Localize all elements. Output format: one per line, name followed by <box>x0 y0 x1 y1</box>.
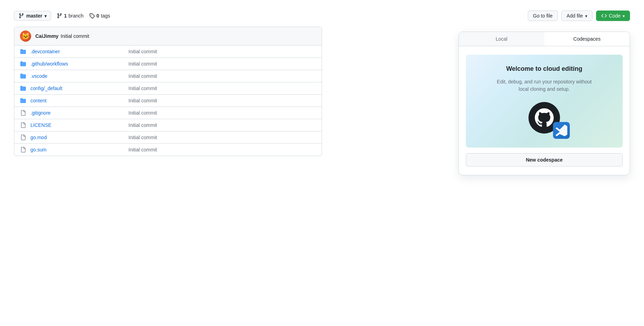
branch-selector-button[interactable]: master <box>14 11 51 21</box>
toolbar: master 1 branch 0 tags Go to file <box>14 11 630 21</box>
file-table-header: 🐱 CaiJimmy Initial commit <box>14 27 322 46</box>
file-name[interactable]: config/_default <box>30 86 124 91</box>
toolbar-left: master 1 branch 0 tags <box>14 11 110 21</box>
code-button[interactable]: Code <box>596 11 630 21</box>
add-file-label: Add file <box>567 13 583 19</box>
cloud-title: Welcome to cloud editing <box>506 65 582 73</box>
file-commit: Initial commit <box>128 49 316 54</box>
go-to-file-button[interactable]: Go to file <box>528 11 558 21</box>
branch-name: master <box>26 13 42 19</box>
file-icon <box>20 122 26 128</box>
file-name[interactable]: .vscode <box>30 73 124 79</box>
add-file-button[interactable]: Add file <box>561 11 593 21</box>
file-row: content Initial commit <box>14 95 322 107</box>
file-commit: Initial commit <box>128 98 316 103</box>
commit-message: Initial commit <box>61 33 89 39</box>
branch-icon <box>19 13 24 19</box>
file-name[interactable]: .devcontainer <box>30 49 124 54</box>
file-row: .github/workflows Initial commit <box>14 58 322 70</box>
file-name[interactable]: go.sum <box>30 147 124 152</box>
tag-icon <box>89 13 95 19</box>
panel-body: Welcome to cloud editing Edit, debug, an… <box>459 46 630 175</box>
file-commit: Initial commit <box>128 73 316 79</box>
file-name[interactable]: .github/workflows <box>30 61 124 67</box>
file-commit: Initial commit <box>128 135 316 140</box>
tab-codespaces[interactable]: Codespaces <box>544 32 630 46</box>
file-row: .devcontainer Initial commit <box>14 46 322 58</box>
new-codespace-button[interactable]: New codespace <box>466 153 623 167</box>
file-commit: Initial commit <box>128 86 316 91</box>
code-dropdown-panel: Local Codespaces Welcome to cloud editin… <box>458 32 630 175</box>
vscode-badge <box>553 122 570 140</box>
code-label: Code <box>609 13 621 19</box>
branch-count-icon <box>57 13 62 19</box>
folder-icon <box>20 61 26 67</box>
tag-text: tags <box>101 13 110 19</box>
code-icon <box>601 13 607 19</box>
add-file-chevron-icon <box>585 13 587 19</box>
file-icon <box>20 134 26 141</box>
file-row: go.mod Initial commit <box>14 131 322 144</box>
folder-icon <box>20 85 26 91</box>
commit-info: CaiJimmy Initial commit <box>35 33 89 39</box>
file-table: 🐱 CaiJimmy Initial commit .devcontainer … <box>14 27 322 156</box>
file-icon <box>20 110 26 116</box>
panel-tabs: Local Codespaces <box>459 32 630 46</box>
file-name[interactable]: LICENSE <box>30 122 124 128</box>
file-name[interactable]: .gitignore <box>30 110 124 116</box>
folder-icon <box>20 73 26 79</box>
file-name[interactable]: go.mod <box>30 135 124 140</box>
branch-count: 1 <box>64 13 67 19</box>
file-row: .gitignore Initial commit <box>14 107 322 119</box>
file-row: go.sum Initial commit <box>14 144 322 156</box>
folder-icon <box>20 48 26 55</box>
avatar-image: 🐱 <box>20 30 31 42</box>
vscode-icon <box>553 122 570 139</box>
cloud-subtitle: Edit, debug, and run your repository wit… <box>492 78 597 93</box>
branch-count-link[interactable]: 1 branch <box>57 13 84 19</box>
branch-text: branch <box>69 13 84 19</box>
chevron-down-icon <box>44 13 47 19</box>
file-name[interactable]: content <box>30 98 124 103</box>
folder-icon <box>20 97 26 104</box>
file-row: LICENSE Initial commit <box>14 119 322 131</box>
file-commit: Initial commit <box>128 122 316 128</box>
toolbar-right: Go to file Add file Code <box>528 11 630 21</box>
file-row: .vscode Initial commit <box>14 70 322 82</box>
tag-count-link[interactable]: 0 tags <box>89 13 110 19</box>
octocat-icon <box>535 108 554 127</box>
commit-author[interactable]: CaiJimmy <box>35 33 58 39</box>
cloud-hero: Welcome to cloud editing Edit, debug, an… <box>466 55 623 148</box>
file-icon <box>20 147 26 153</box>
file-commit: Initial commit <box>128 110 316 116</box>
file-row: config/_default Initial commit <box>14 82 322 95</box>
avatar: 🐱 <box>20 30 31 42</box>
code-chevron-icon <box>623 13 625 19</box>
tab-local[interactable]: Local <box>459 32 544 46</box>
tag-count: 0 <box>97 13 99 19</box>
file-commit: Initial commit <box>128 147 316 152</box>
file-commit: Initial commit <box>128 61 316 67</box>
github-vscode-logo <box>525 99 564 137</box>
